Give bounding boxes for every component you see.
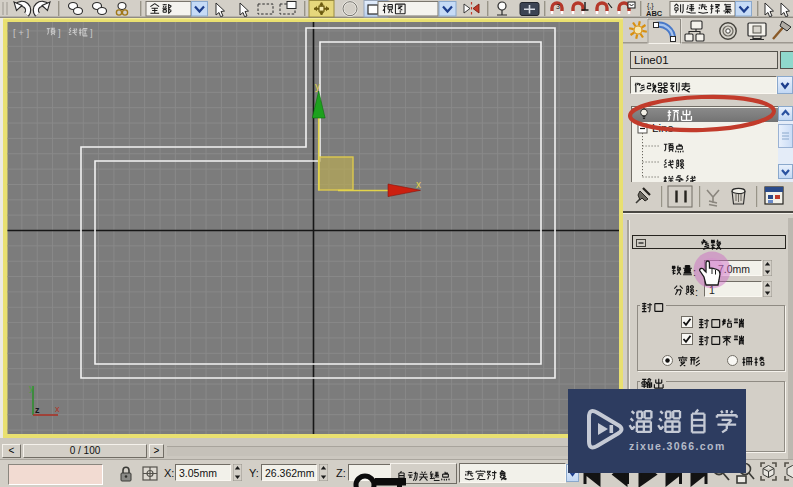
svg-text:]: ] xyxy=(58,27,61,38)
svg-text:3: 3 xyxy=(556,3,560,10)
svg-text:ABC: ABC xyxy=(646,9,663,18)
svg-text:z: z xyxy=(35,405,40,415)
svg-text:[ + ]: [ + ] xyxy=(13,27,29,38)
svg-text:x: x xyxy=(55,404,60,414)
svg-text:y: y xyxy=(29,383,34,393)
svg-text:]: ] xyxy=(90,27,93,38)
svg-text:x: x xyxy=(416,179,421,190)
svg-text:y: y xyxy=(315,81,320,92)
